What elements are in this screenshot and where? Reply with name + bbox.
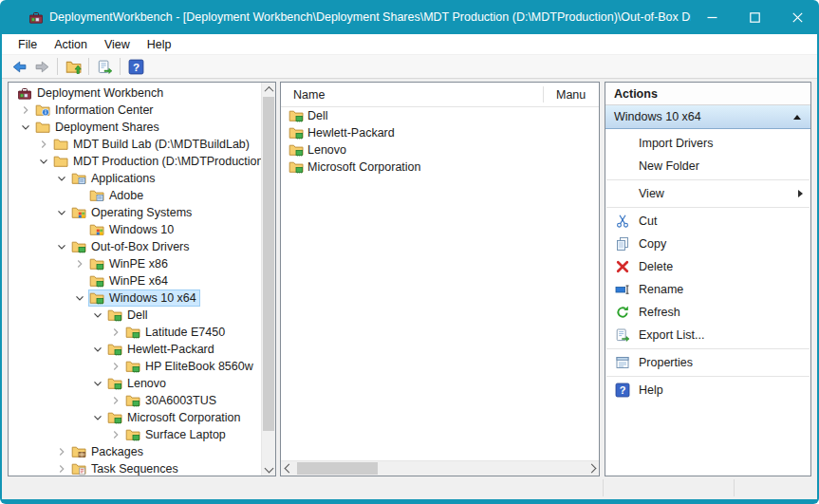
chevron-expanded-icon[interactable]: [88, 342, 106, 357]
scroll-up-button[interactable]: [262, 83, 275, 97]
up-one-level-button[interactable]: [62, 56, 84, 77]
chevron-collapsed-icon[interactable]: [34, 137, 52, 152]
column-header-name[interactable]: Name: [281, 88, 325, 102]
scrollbar-thumb[interactable]: [263, 97, 274, 431]
chevron-collapsed-icon[interactable]: [106, 393, 124, 408]
column-divider[interactable]: [543, 86, 544, 103]
chevron-expanded-icon[interactable]: [34, 154, 52, 169]
export-list-button[interactable]: [93, 56, 116, 77]
menu-view[interactable]: View: [96, 36, 139, 53]
close-button[interactable]: [776, 0, 819, 34]
tree-item-microsoft-corporation[interactable]: Microsoft Corporation: [9, 409, 261, 426]
tree-item-deployment-workbench[interactable]: Deployment Workbench: [9, 84, 261, 102]
toolbar: [2, 55, 817, 79]
tree-vertical-scrollbar[interactable]: [261, 83, 275, 476]
tree-item-surface-laptop[interactable]: Surface Laptop: [9, 426, 261, 443]
list-item-microsoft-corporation[interactable]: Microsoft Corporation: [281, 159, 599, 176]
tree-item-30a6003tus[interactable]: 30A6003TUS: [9, 392, 261, 409]
tree-item-packages[interactable]: Packages: [9, 443, 261, 460]
action-view[interactable]: View: [605, 182, 810, 205]
tree-item-label: Dell: [127, 308, 152, 324]
tree-item-label: Packages: [91, 444, 147, 460]
tree-item-lenovo[interactable]: Lenovo: [9, 375, 261, 392]
scroll-down-button[interactable]: [262, 461, 275, 476]
action-export-list[interactable]: Export List...: [605, 324, 810, 346]
tree-item-dell[interactable]: Dell: [9, 307, 261, 324]
chevron-expanded-icon[interactable]: [70, 290, 88, 306]
separator: [606, 348, 810, 349]
scroll-left-button[interactable]: [281, 461, 296, 476]
no-icon: [615, 186, 630, 201]
menu-action[interactable]: Action: [46, 36, 96, 53]
action-new-folder[interactable]: New Folder: [605, 155, 810, 177]
chevron-expanded-icon[interactable]: [52, 171, 70, 186]
back-button[interactable]: [8, 56, 30, 77]
chevron-collapsed-icon[interactable]: [52, 444, 70, 459]
toolbar-separator: [57, 58, 58, 75]
menu-file[interactable]: File: [9, 36, 46, 53]
list-item-label: Lenovo: [307, 142, 350, 159]
tree-item-hewlett-packard[interactable]: Hewlett-Packard: [9, 341, 261, 358]
action-help[interactable]: Help: [605, 379, 810, 401]
driver-folder-icon: [289, 108, 304, 123]
tree-item-winpe-x64[interactable]: WinPE x64: [9, 272, 261, 289]
driver-folder-icon: [125, 325, 140, 340]
tree-item-information-center[interactable]: Information Center: [9, 102, 261, 119]
action-import-drivers[interactable]: Import Drivers: [605, 132, 810, 155]
tree-item-hp-elitebook-8560w[interactable]: HP EliteBook 8560w: [9, 358, 261, 375]
collapse-section-icon[interactable]: [793, 115, 801, 120]
action-properties[interactable]: Properties: [605, 351, 810, 374]
tree-item-latitude-e7450[interactable]: Latitude E7450: [9, 324, 261, 341]
chevron-collapsed-icon[interactable]: [106, 359, 124, 374]
chevron-expanded-icon[interactable]: [52, 205, 70, 220]
tree-item-operating-systems[interactable]: Operating Systems: [9, 204, 261, 221]
actions-section-header[interactable]: Windows 10 x64: [605, 105, 810, 129]
tree-item-out-of-box-drivers[interactable]: Out-of-Box Drivers: [9, 238, 261, 255]
action-label: Export List...: [639, 328, 704, 342]
list-item-dell[interactable]: Dell: [281, 107, 599, 124]
chevron-collapsed-icon[interactable]: [106, 427, 124, 442]
list-horizontal-scrollbar[interactable]: [281, 460, 599, 476]
delete-icon: [615, 259, 630, 274]
chevron-expanded-icon[interactable]: [88, 308, 106, 323]
action-rename[interactable]: Rename: [605, 278, 810, 301]
chevron-collapsed-icon[interactable]: [16, 103, 34, 118]
menu-help[interactable]: Help: [139, 36, 180, 53]
tree-item-label: Adobe: [109, 188, 147, 204]
maximize-button[interactable]: [734, 0, 776, 34]
tree-item-mdt-production[interactable]: MDT Production (D:\MDTProduction): [9, 153, 261, 170]
tree-item-adobe[interactable]: Adobe: [9, 187, 261, 204]
help-button[interactable]: [124, 56, 147, 77]
scroll-right-button[interactable]: [584, 461, 599, 476]
minimize-button[interactable]: [691, 0, 734, 34]
driver-folder-icon: [71, 239, 86, 254]
driver-folder-icon: [107, 342, 122, 357]
console-tree-pane: Deployment Workbench Information Center …: [8, 82, 276, 476]
action-refresh[interactable]: Refresh: [605, 301, 810, 324]
chevron-expanded-icon[interactable]: [16, 120, 34, 135]
action-cut[interactable]: Cut: [605, 210, 810, 233]
scrollbar-thumb[interactable]: [297, 462, 378, 475]
forward-button[interactable]: [30, 56, 53, 77]
title-bar[interactable]: DeploymentWorkbench - [Deployment Workbe…: [0, 0, 819, 34]
chevron-collapsed-icon[interactable]: [106, 325, 124, 340]
tree-item-mdt-build-lab[interactable]: MDT Build Lab (D:\MDTBuildLab): [9, 136, 261, 153]
tree-item-windows-10-x64[interactable]: Windows 10 x64: [9, 289, 261, 307]
chevron-expanded-icon[interactable]: [88, 376, 106, 391]
tree-item-winpe-x86[interactable]: WinPE x86: [9, 255, 261, 272]
list-item-hewlett-packard[interactable]: Hewlett-Packard: [281, 124, 599, 141]
chevron-expanded-icon[interactable]: [52, 239, 70, 254]
driver-folder-icon: [107, 308, 122, 323]
chevron-collapsed-icon[interactable]: [70, 256, 88, 271]
chevron-collapsed-icon[interactable]: [52, 461, 70, 476]
action-copy[interactable]: Copy: [605, 233, 810, 255]
tree-item-windows-10[interactable]: Windows 10: [9, 221, 261, 238]
action-label: Rename: [639, 283, 683, 296]
column-header-manufacturer[interactable]: Manu: [556, 88, 586, 102]
tree-item-applications[interactable]: Applications: [9, 170, 261, 187]
list-item-lenovo[interactable]: Lenovo: [281, 141, 599, 159]
action-delete[interactable]: Delete: [605, 255, 810, 278]
chevron-expanded-icon[interactable]: [88, 410, 106, 425]
tree-item-deployment-shares[interactable]: Deployment Shares: [9, 119, 261, 136]
tree-item-task-sequences[interactable]: Task Sequences: [9, 460, 261, 476]
